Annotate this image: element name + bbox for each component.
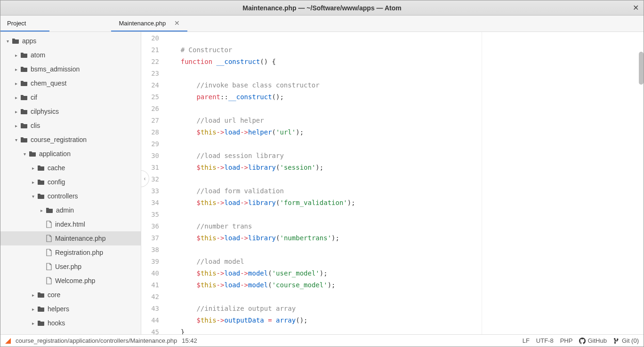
editor-tab-maintenance[interactable]: Maintenance.php ✕ — [111, 16, 187, 32]
editor-tab-label: Maintenance.php — [119, 20, 166, 27]
tree-folder-clis[interactable]: ▸clis — [0, 118, 141, 133]
chevron-right-icon: ▸ — [30, 321, 36, 326]
code-line: //load form validation — [165, 185, 482, 197]
chevron-right-icon: ▸ — [30, 307, 36, 312]
github-icon — [579, 338, 586, 344]
git-branch-icon — [613, 338, 620, 344]
tree-file-index-html[interactable]: index.html — [0, 217, 141, 231]
tree-item-label: chem_quest — [31, 79, 66, 87]
editor-pane[interactable]: ‹ 20212223242526272829303132333435363738… — [141, 32, 644, 334]
line-number: 38 — [141, 244, 159, 256]
folder-icon — [29, 150, 36, 157]
window-title: Maintenance.php — ~/Software/www/apps — … — [242, 4, 401, 12]
code-line — [165, 68, 482, 79]
tree-folder-cilphysics[interactable]: ▸cilphysics — [0, 104, 141, 118]
tree-folder-admin[interactable]: ▸admin — [0, 203, 141, 217]
code-line — [165, 103, 482, 115]
tree-file-welcome-php[interactable]: Welcome.php — [0, 274, 141, 288]
chevron-right-icon: ▸ — [13, 67, 19, 72]
tree-folder-controllers[interactable]: ▾controllers — [0, 189, 141, 203]
tree-folder-core[interactable]: ▸core — [0, 288, 141, 302]
chevron-down-icon: ▾ — [4, 39, 11, 44]
window-close-button[interactable]: ✕ — [633, 3, 639, 12]
chevron-right-icon: ▸ — [13, 109, 19, 114]
status-bar: course_registration/application/controll… — [0, 334, 644, 347]
tree-item-label: index.html — [55, 221, 85, 228]
line-number: 22 — [141, 56, 159, 68]
code-line — [165, 244, 482, 256]
chevron-right-icon: ▸ — [38, 208, 45, 213]
chevron-right-icon: ▸ — [13, 53, 19, 58]
line-number: 25 — [141, 91, 159, 103]
tree-item-label: config — [48, 178, 65, 186]
line-number: 40 — [141, 268, 159, 279]
tree-file-maintenance-php[interactable]: Maintenance.php — [0, 231, 141, 245]
line-number: 20 — [141, 32, 159, 44]
line-number: 45 — [141, 326, 159, 334]
status-filepath[interactable]: course_registration/application/controll… — [16, 337, 177, 344]
line-number: 37 — [141, 232, 159, 244]
line-number: 42 — [141, 291, 159, 303]
editor-scrollbar-region[interactable] — [482, 32, 644, 334]
folder-icon — [37, 193, 45, 199]
chevron-down-icon: ▾ — [21, 151, 28, 157]
main-area: ▾apps▸atom▸bsms_admission▸chem_quest▸cif… — [0, 32, 644, 334]
code-line — [165, 174, 482, 185]
tree-folder-cache[interactable]: ▸cache — [0, 161, 141, 175]
line-number: 34 — [141, 197, 159, 209]
status-line-ending[interactable]: LF — [523, 337, 530, 344]
code-editor[interactable]: # Constructor function __construct() { /… — [165, 32, 482, 334]
code-line: //load model — [165, 256, 482, 268]
project-dock-label: Project — [7, 20, 26, 27]
tree-folder-atom[interactable]: ▸atom — [0, 48, 141, 62]
tree-folder-helpers[interactable]: ▸helpers — [0, 302, 141, 316]
tree-item-label: core — [48, 291, 60, 299]
tree-folder-application[interactable]: ▾application — [0, 147, 141, 161]
tree-item-label: controllers — [48, 192, 78, 200]
folder-icon — [46, 207, 53, 213]
status-github[interactable]: GitHub — [579, 337, 606, 344]
code-line — [165, 209, 482, 221]
file-status-icon — [5, 338, 11, 344]
folder-icon — [20, 136, 28, 143]
line-number: 23 — [141, 68, 159, 79]
folder-icon — [37, 179, 45, 185]
tree-folder-bsms-admission[interactable]: ▸bsms_admission — [0, 62, 141, 76]
line-number: 35 — [141, 209, 159, 221]
code-line: # Constructor — [165, 44, 482, 56]
tree-item-label: Registration.php — [55, 249, 103, 256]
tree-file-registration-php[interactable]: Registration.php — [0, 245, 141, 260]
project-tree-sidebar[interactable]: ▾apps▸atom▸bsms_admission▸chem_quest▸cif… — [0, 32, 141, 334]
code-line: //load url helper — [165, 115, 482, 126]
tree-folder-hooks[interactable]: ▸hooks — [0, 316, 141, 330]
code-line — [165, 291, 482, 303]
chevron-down-icon: ▾ — [30, 194, 36, 199]
folder-icon — [20, 108, 28, 115]
tree-item-label: atom — [31, 51, 45, 59]
folder-icon — [20, 66, 28, 72]
line-number: 28 — [141, 126, 159, 138]
code-line: $this->load->library('session'); — [165, 162, 482, 174]
tree-folder-course-registration[interactable]: ▾course_registration — [0, 133, 141, 147]
folder-icon — [37, 320, 45, 326]
tree-item-label: application — [39, 150, 71, 158]
tree-folder-cif[interactable]: ▸cif — [0, 90, 141, 104]
status-git[interactable]: Git (0) — [613, 337, 639, 344]
line-number: 39 — [141, 256, 159, 268]
status-cursor-position[interactable]: 15:42 — [182, 337, 197, 344]
tree-folder-chem-quest[interactable]: ▸chem_quest — [0, 76, 141, 90]
line-number: 27 — [141, 115, 159, 126]
chevron-right-icon: ▸ — [30, 166, 36, 171]
project-dock-tab[interactable]: Project — [0, 16, 49, 32]
chevron-right-icon: ▸ — [30, 180, 36, 185]
line-number: 33 — [141, 185, 159, 197]
tree-folder-config[interactable]: ▸config — [0, 175, 141, 189]
close-icon[interactable]: ✕ — [174, 19, 180, 27]
tree-folder-apps[interactable]: ▾apps — [0, 34, 141, 48]
tree-file-user-php[interactable]: User.php — [0, 260, 141, 274]
line-number: 26 — [141, 103, 159, 115]
tree-item-label: cache — [48, 164, 65, 172]
code-line: function __construct() { — [165, 56, 482, 68]
status-grammar[interactable]: PHP — [560, 337, 573, 344]
status-encoding[interactable]: UTF-8 — [536, 337, 554, 344]
